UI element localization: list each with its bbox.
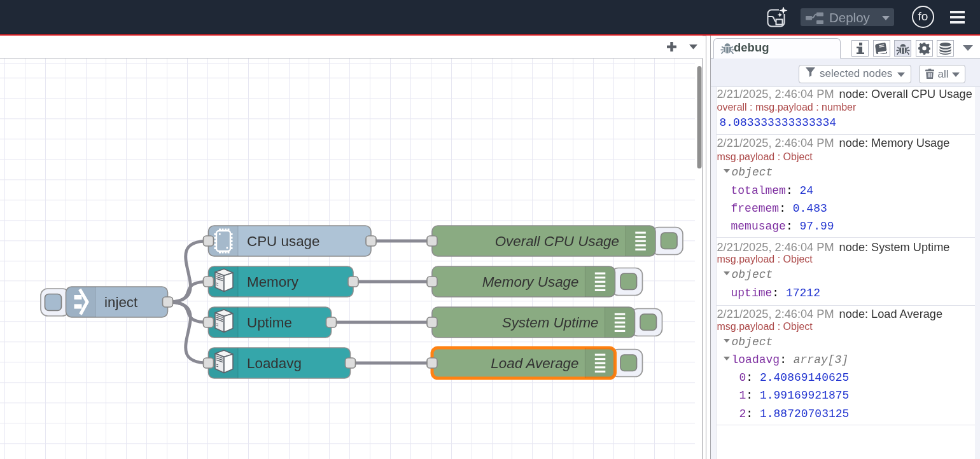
svg-text:inject: inject xyxy=(104,294,138,310)
svg-text:System Uptime: System Uptime xyxy=(502,315,599,331)
svg-text:Memory: Memory xyxy=(247,274,299,290)
svg-text:Load Average: Load Average xyxy=(491,355,578,371)
svg-text:Overall CPU Usage: Overall CPU Usage xyxy=(495,233,619,249)
svg-text:Uptime: Uptime xyxy=(247,315,292,331)
svg-text:Memory Usage: Memory Usage xyxy=(482,274,579,290)
svg-text:Loadavg: Loadavg xyxy=(247,355,302,371)
svg-text:CPU usage: CPU usage xyxy=(247,233,320,249)
